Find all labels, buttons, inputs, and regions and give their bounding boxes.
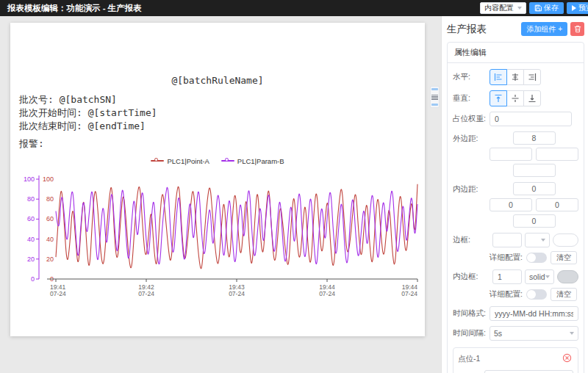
weight-input[interactable] (490, 112, 572, 126)
inner-border-detail-toggle[interactable] (526, 289, 547, 300)
inner-border-color-picker[interactable] (557, 270, 578, 283)
property-editor-body: 水平: (448, 63, 584, 373)
align-right-icon (528, 73, 537, 82)
time-interval-label: 时间间隔: (453, 328, 490, 338)
preview-button[interactable]: 预览 (567, 2, 588, 14)
padding-bottom-input[interactable] (513, 214, 556, 228)
remove-circle-icon (562, 353, 572, 363)
align-middle-button[interactable] (506, 90, 524, 106)
inner-border-width-input[interactable] (492, 269, 522, 284)
legend-item[interactable]: PLC1|Point-A (151, 157, 209, 165)
topbar-title: 报表模板编辑：功能演示 - 生产报表 (7, 3, 142, 14)
svg-text:07-24: 07-24 (50, 290, 66, 297)
topbar-actions: 内容配置 保存 预览 (480, 2, 588, 14)
border-width-input[interactable] (492, 233, 522, 247)
border-style-select[interactable] (525, 233, 550, 247)
border-clear-button[interactable]: 清空 (551, 251, 577, 264)
svg-text:100: 100 (43, 175, 54, 183)
margin-bottom-input[interactable] (513, 164, 556, 177)
time-interval-row: 时间间隔: 5s (453, 326, 578, 341)
splitter-bar-bottom (431, 104, 438, 106)
trash-icon (574, 25, 581, 33)
editor-content: @[batchRuleName] 批次号: @[batchSN] 批次开始时间:… (0, 16, 588, 373)
horizontal-align-row: 水平: (453, 69, 578, 85)
padding-row: 内边距: (453, 182, 578, 228)
border-color-picker[interactable] (553, 233, 578, 247)
padding-label: 内边距: (453, 184, 490, 195)
save-button[interactable]: 保存 (529, 2, 564, 14)
time-format-label: 时间格式: (453, 308, 490, 319)
inner-border-row: 内边框: solid (453, 269, 578, 284)
chevron-down-icon (541, 239, 545, 242)
detail-config-label: 详细配置: (490, 289, 523, 300)
align-top-icon (494, 94, 503, 103)
svg-text:07-24: 07-24 (229, 290, 245, 297)
add-component-button[interactable]: 添加组件 + (521, 22, 567, 36)
panel-splitter-handle[interactable] (430, 86, 440, 108)
chevron-down-icon (517, 7, 522, 10)
inner-border-clear-button[interactable]: 清空 (551, 288, 577, 301)
margin-grid (490, 131, 578, 177)
align-right-button[interactable] (523, 69, 541, 85)
point-1-variable-row: 变量: PLC1|Param-B (458, 370, 573, 373)
end-time-line: 批次结束时间: @[endTime] (19, 120, 425, 133)
svg-text:40: 40 (27, 236, 35, 243)
align-center-button[interactable] (506, 69, 524, 85)
chevron-down-icon (545, 275, 550, 278)
align-left-icon (494, 73, 503, 82)
align-top-button[interactable] (490, 90, 507, 106)
content-config-dropdown[interactable]: 内容配置 (480, 2, 526, 14)
inner-border-detail-row: 详细配置: 清空 (490, 288, 578, 301)
svg-text:07-24: 07-24 (319, 290, 335, 297)
padding-top-input[interactable] (513, 182, 556, 195)
svg-text:60: 60 (27, 215, 35, 222)
margin-row: 外边距: (453, 131, 578, 177)
alarm-label: 报警: (19, 137, 425, 151)
save-label: 保存 (544, 3, 559, 13)
canvas-area: @[batchRuleName] 批次号: @[batchSN] 批次开始时间:… (0, 16, 441, 373)
report-template-editor: 报表模板编辑：功能演示 - 生产报表 内容配置 保存 预览 (0, 0, 588, 373)
time-interval-select[interactable]: 5s (490, 326, 578, 341)
border-detail-toggle[interactable] (526, 253, 547, 263)
svg-text:0: 0 (31, 275, 35, 283)
point-1-variable-select[interactable]: PLC1|Param-B (484, 370, 573, 373)
time-format-input[interactable] (490, 306, 578, 321)
padding-right-input[interactable] (536, 198, 578, 211)
vertical-label: 垂直: (453, 93, 490, 104)
panel-header: 生产报表 添加组件 + (447, 22, 584, 36)
drag-handle-icon (431, 95, 438, 100)
inner-border-style-select[interactable]: solid (525, 269, 554, 284)
align-left-button[interactable] (490, 69, 507, 85)
vertical-align-group (490, 90, 541, 106)
align-bottom-button[interactable] (523, 90, 541, 106)
detail-config-label: 详细配置: (490, 253, 523, 263)
border-label: 边框: (453, 235, 490, 245)
legend-item[interactable]: PLC1|Param-B (221, 157, 284, 165)
report-chart-svg[interactable]: 00202040406060808010010019:4107-2419:420… (19, 167, 422, 299)
delete-report-button[interactable] (570, 22, 584, 36)
time-format-row: 时间格式: (453, 306, 578, 321)
margin-right-input[interactable] (536, 148, 578, 161)
save-icon (534, 4, 542, 12)
svg-text:07-24: 07-24 (138, 290, 154, 297)
svg-text:80: 80 (46, 195, 54, 203)
align-center-icon (511, 73, 520, 82)
play-icon (572, 5, 576, 11)
svg-text:60: 60 (46, 215, 54, 222)
padding-left-input[interactable] (490, 198, 532, 211)
margin-top-input[interactable] (513, 131, 556, 145)
margin-left-input[interactable] (490, 148, 532, 161)
align-bottom-icon (528, 94, 537, 103)
report-page[interactable]: @[batchRuleName] 批次号: @[batchSN] 批次开始时间:… (10, 23, 425, 336)
splitter-bar-top (431, 88, 438, 90)
horizontal-label: 水平: (453, 72, 490, 82)
border-row: 边框: (453, 233, 578, 247)
border-detail-row: 详细配置: 清空 (490, 251, 578, 264)
properties-panel: 生产报表 添加组件 + 属性编辑 水平: (441, 16, 588, 373)
horizontal-align-group (490, 69, 541, 85)
inner-border-style-value: solid (529, 272, 545, 281)
point-1-title: 点位-1 (458, 354, 480, 364)
inner-border-label: 内边框: (453, 272, 490, 282)
chart-legend: PLC1|Point-APLC1|Param-B (10, 156, 425, 165)
remove-point-1-button[interactable] (562, 353, 573, 364)
